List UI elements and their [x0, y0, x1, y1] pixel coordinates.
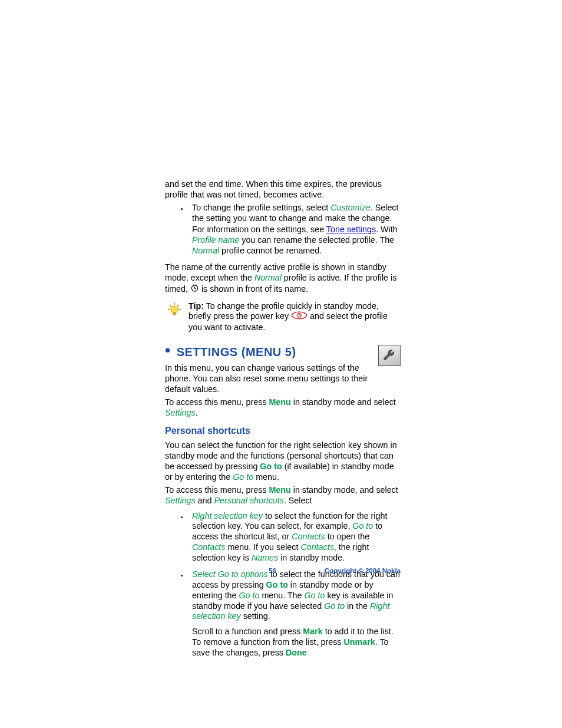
page-number: 56 — [269, 567, 276, 574]
profile-list-tail: To change the profile settings, select C… — [165, 203, 401, 256]
term-normal: Normal — [254, 273, 282, 282]
term-contacts: Contacts — [292, 532, 325, 541]
term-settings: Settings — [165, 496, 196, 505]
key-menu: Menu — [269, 397, 290, 407]
term-goto: Go to — [352, 521, 373, 531]
term-profile-name: Profile name — [192, 235, 239, 245]
document-page: and set the end time. When this time exp… — [0, 0, 562, 728]
term-contacts: Contacts — [192, 542, 225, 552]
svg-point-1 — [171, 306, 178, 313]
section-access: To access this menu, press Menu in stand… — [165, 397, 401, 419]
section-intro: In this menu, you can change various set… — [165, 363, 368, 395]
term-goto: Go to — [233, 472, 253, 482]
tip-block: Tip: To change the profile quickly in st… — [165, 301, 401, 334]
key-unmark: Unmark — [343, 637, 375, 647]
page-content: and set the end time. When this time exp… — [165, 179, 401, 664]
subsection-title: Personal shortcuts — [165, 425, 401, 437]
section-title: • SETTINGS (MENU 5) — [165, 345, 401, 360]
svg-line-7 — [177, 305, 179, 307]
term-normal: Normal — [192, 246, 219, 255]
term-right-selection-key: Right selection key — [192, 511, 263, 521]
term-customize: Customize — [330, 203, 371, 212]
section-head: • SETTINGS (MENU 5) In this menu, you ca… — [165, 345, 401, 395]
copyright: Copyright © 2004 Nokia — [325, 567, 401, 574]
link-tone-settings[interactable]: Tone settings — [326, 225, 376, 234]
list-item: Select Go to options to select the funct… — [189, 569, 401, 658]
power-key-icon — [291, 311, 308, 322]
term-settings: Settings — [165, 408, 196, 417]
term-contacts: Contacts — [300, 542, 333, 552]
key-done: Done — [286, 648, 307, 657]
shortcut-options-list: Right selection key to select the functi… — [165, 511, 401, 658]
standby-note: The name of the currently active profile… — [165, 262, 401, 295]
term-goto: Go to — [239, 591, 260, 600]
list-item: To change the profile settings, select C… — [189, 203, 401, 256]
key-mark: Mark — [303, 627, 322, 636]
key-goto: Go to — [260, 462, 282, 471]
term-goto: Go to — [305, 591, 325, 600]
sub-access: To access this menu, press Menu in stand… — [165, 485, 401, 506]
key-goto: Go to — [266, 580, 288, 589]
key-menu: Menu — [269, 485, 290, 495]
list-item: Right selection key to select the functi… — [189, 511, 401, 564]
wrench-icon — [378, 345, 401, 366]
svg-line-6 — [170, 305, 171, 307]
term-select-goto-options: Select Go to options — [192, 569, 268, 579]
lightbulb-icon — [165, 301, 189, 334]
list-item-para: Scroll to a function and press Mark to a… — [192, 627, 401, 658]
svg-rect-2 — [173, 312, 176, 315]
tip-text: Tip: To change the profile quickly in st… — [189, 301, 401, 334]
term-goto: Go to — [324, 601, 345, 611]
sub-para: You can select the function for the righ… — [165, 440, 401, 482]
term-names: Names — [252, 553, 278, 562]
prev-list-continuation: and set the end time. When this time exp… — [165, 179, 401, 200]
term-personal-shortcuts: Personal shortcuts — [214, 496, 283, 505]
clock-icon — [190, 284, 199, 295]
